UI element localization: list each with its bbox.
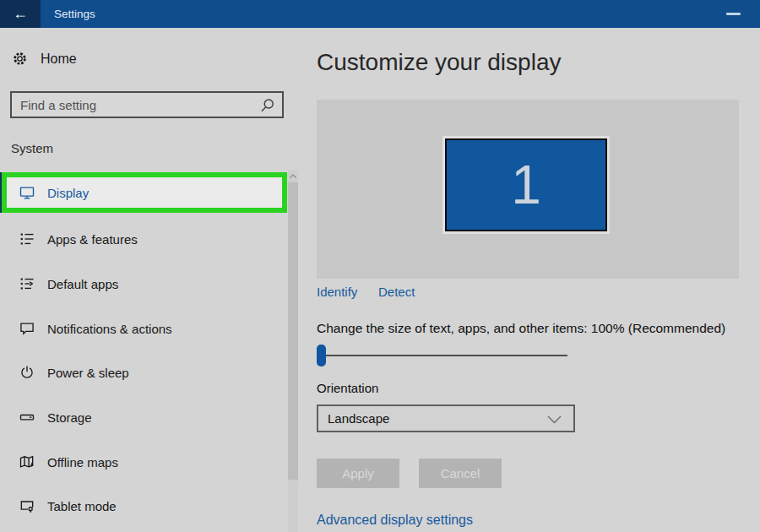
sidebar-item-label: Display — [47, 186, 89, 200]
minimize-button[interactable] — [716, 0, 750, 28]
sidebar-item-apps-features[interactable]: Apps & features — [0, 222, 287, 256]
sidebar-item-offline-maps[interactable]: Offline maps — [0, 445, 287, 479]
identify-link[interactable]: Identify — [317, 285, 357, 299]
search-input[interactable] — [12, 93, 282, 117]
back-button[interactable]: ← — [0, 0, 41, 28]
main-content: Customize your display 1 Identify Detect… — [299, 28, 760, 532]
sidebar-item-default-apps[interactable]: Default apps — [0, 267, 287, 301]
sidebar-item-label: Storage — [47, 410, 92, 425]
cancel-button[interactable]: Cancel — [419, 459, 502, 488]
sidebar-item-label: Home — [41, 52, 77, 67]
sidebar-item-label: Apps & features — [47, 232, 138, 247]
scrollbar-thumb[interactable] — [288, 182, 298, 480]
page-title: Customize your display — [317, 49, 561, 76]
settings-window: ← Settings Home — [0, 0, 760, 532]
orientation-selected-value: Landscape — [328, 411, 389, 426]
sidebar-item-label: Power & sleep — [47, 366, 129, 380]
sidebar-item-storage[interactable]: Storage — [0, 400, 287, 434]
apps-list-icon — [19, 231, 35, 247]
apply-button[interactable]: Apply — [317, 459, 399, 488]
gear-icon — [12, 51, 28, 67]
search-icon[interactable] — [259, 97, 276, 114]
screen-edge-artifact — [0, 172, 3, 213]
monitor-icon — [19, 184, 35, 201]
sidebar: Home System Display — [0, 28, 299, 532]
window-title: Settings — [54, 0, 95, 28]
scale-slider[interactable] — [317, 344, 567, 367]
back-arrow-icon: ← — [13, 5, 28, 23]
tablet-icon — [19, 497, 35, 514]
slider-thumb[interactable] — [317, 345, 326, 366]
slider-track[interactable] — [317, 355, 567, 356]
chevron-down-icon — [547, 415, 562, 424]
drive-icon — [19, 409, 35, 426]
speech-bubble-icon — [19, 320, 35, 337]
advanced-display-settings-link[interactable]: Advanced display settings — [317, 513, 473, 528]
orientation-dropdown[interactable]: Landscape — [317, 404, 575, 432]
sidebar-item-home[interactable]: Home — [12, 51, 77, 67]
scrollbar-up-arrow-icon[interactable] — [288, 170, 298, 182]
minimize-icon — [726, 13, 741, 15]
scale-slider-label: Change the size of text, apps, and other… — [317, 321, 725, 336]
sidebar-item-tablet-mode[interactable]: Tablet mode — [0, 489, 287, 523]
monitor-1-preview[interactable]: 1 — [445, 138, 607, 231]
sidebar-item-display[interactable]: Display — [7, 177, 282, 208]
detect-link[interactable]: Detect — [378, 285, 415, 299]
sidebar-scrollbar[interactable] — [288, 170, 298, 532]
default-apps-icon — [19, 275, 35, 292]
search-box — [10, 91, 284, 118]
orientation-label: Orientation — [317, 381, 378, 395]
display-preview-area: 1 — [317, 100, 739, 279]
power-icon — [19, 364, 35, 381]
map-icon — [19, 453, 35, 470]
section-header-system: System — [11, 141, 53, 155]
sidebar-item-label: Tablet mode — [47, 499, 117, 513]
titlebar: ← Settings — [0, 0, 760, 28]
sidebar-item-label: Notifications & actions — [47, 322, 172, 336]
monitor-number: 1 — [511, 158, 541, 212]
sidebar-item-label: Offline maps — [47, 455, 118, 470]
sidebar-item-label: Default apps — [47, 277, 118, 291]
sidebar-item-notifications[interactable]: Notifications & actions — [0, 312, 287, 345]
sidebar-item-power-sleep[interactable]: Power & sleep — [0, 356, 287, 389]
